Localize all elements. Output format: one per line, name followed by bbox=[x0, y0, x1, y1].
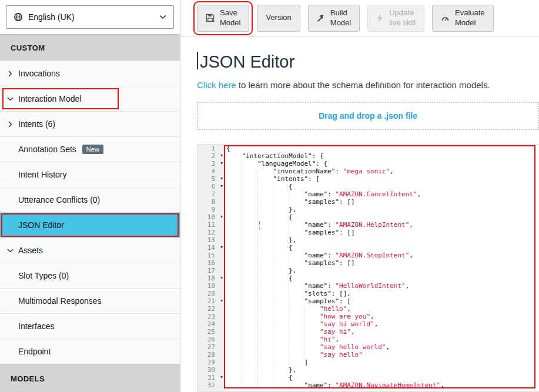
code-token: , bbox=[335, 336, 339, 343]
indent-guide bbox=[304, 351, 319, 359]
editor-line: "interactionModel": { bbox=[226, 152, 539, 160]
line-number: 25 bbox=[207, 328, 215, 336]
build-model-button[interactable]: BuildModel bbox=[308, 5, 360, 32]
indent-guide bbox=[289, 198, 304, 206]
gutter-line: 14▾ bbox=[197, 244, 224, 252]
code-token: "slots" bbox=[304, 290, 331, 297]
indent-guide bbox=[242, 213, 257, 221]
code-token: "samples" bbox=[304, 229, 339, 236]
fold-toggle-icon[interactable]: ▾ bbox=[220, 243, 223, 251]
indent-guide bbox=[273, 244, 288, 252]
learn-more-link[interactable]: Click here bbox=[197, 80, 236, 90]
fold-toggle-icon[interactable]: ▾ bbox=[220, 274, 223, 282]
page-title: JSON Editor bbox=[197, 52, 539, 72]
sidebar-item-label: Multimodal Responses bbox=[18, 296, 102, 306]
sidebar-item-json-editor[interactable]: JSON Editor bbox=[0, 212, 180, 237]
indent-guide bbox=[242, 236, 257, 244]
indent-guide bbox=[257, 183, 273, 190]
fold-toggle-icon[interactable]: ▾ bbox=[220, 297, 223, 304]
line-number: 8 bbox=[211, 198, 215, 206]
sidebar-item-multimodal-responses[interactable]: Multimodal Responses bbox=[0, 288, 180, 313]
language-selector[interactable]: English (UK) bbox=[6, 5, 174, 29]
indent-guide bbox=[257, 267, 273, 274]
line-number: 6 bbox=[211, 183, 215, 190]
code-token: "languageModel" bbox=[257, 160, 316, 167]
gutter-line: 29 bbox=[197, 359, 224, 366]
line-number: 3 bbox=[211, 160, 215, 167]
indent-guide bbox=[226, 320, 242, 328]
indent-guide bbox=[226, 336, 242, 343]
fold-toggle-icon[interactable]: ▾ bbox=[220, 182, 223, 190]
sidebar-item-assets[interactable]: Assets bbox=[0, 237, 180, 263]
editor-line: "hi", bbox=[226, 336, 539, 343]
indent-guide bbox=[226, 167, 242, 175]
alexa-developer-console: English (UK) CUSTOMInvocationsInteractio… bbox=[0, 0, 539, 392]
indent-guide bbox=[273, 206, 288, 213]
sidebar-item-interaction-model[interactable]: Interaction Model bbox=[0, 86, 180, 111]
indent-guide bbox=[257, 175, 273, 183]
editor-line: { bbox=[226, 183, 539, 190]
editor-code-area[interactable]: {"interactionModel": {"languageModel": {… bbox=[225, 145, 539, 391]
language-selector-value: English (UK) bbox=[28, 12, 154, 22]
code-token: "hello" bbox=[320, 305, 347, 313]
indent-guide bbox=[273, 259, 288, 267]
fold-toggle-icon[interactable]: ▾ bbox=[220, 175, 223, 182]
button-label: Updatelive skill bbox=[389, 8, 416, 28]
editor-line: "say hello" bbox=[226, 351, 539, 359]
indent-guide bbox=[304, 336, 319, 343]
sidebar-item-invocations[interactable]: Invocations bbox=[0, 61, 180, 86]
sidebar-item-endpoint[interactable]: Endpoint bbox=[0, 339, 180, 364]
indent-guide bbox=[242, 259, 257, 267]
gutter-line: 15 bbox=[197, 252, 224, 259]
code-token: , bbox=[347, 305, 351, 313]
fold-toggle-icon[interactable]: ▾ bbox=[220, 373, 223, 381]
sidebar-item-interfaces[interactable]: Interfaces bbox=[0, 313, 180, 339]
indent-guide bbox=[273, 343, 288, 351]
sidebar-item-annotation-sets[interactable]: Annotation SetsNew bbox=[0, 136, 180, 162]
indent-guide bbox=[257, 305, 273, 313]
editor-line: ] bbox=[226, 359, 539, 366]
indent-guide bbox=[257, 359, 273, 366]
version-button[interactable]: Version bbox=[257, 5, 300, 32]
fold-toggle-icon[interactable]: ▾ bbox=[220, 213, 223, 220]
evaluate-model-button[interactable]: EvaluateModel bbox=[432, 5, 494, 32]
indent-guide bbox=[273, 366, 288, 374]
indent-guide bbox=[289, 305, 304, 313]
save-model-button[interactable]: SaveModel bbox=[197, 5, 249, 32]
fold-toggle-icon[interactable]: ▾ bbox=[220, 159, 223, 167]
button-label: SaveModel bbox=[220, 8, 240, 28]
sidebar-item-label: Interaction Model bbox=[18, 94, 81, 103]
gutter-line: 8 bbox=[197, 198, 224, 206]
line-number: 16 bbox=[207, 259, 215, 267]
json-code-editor[interactable]: 12▾3▾45▾6▾78910▾11121314▾15161718▾192021… bbox=[197, 144, 539, 392]
indent-guide bbox=[273, 320, 288, 328]
line-number: 15 bbox=[207, 252, 215, 259]
indent-guide bbox=[242, 305, 257, 313]
indent-guide bbox=[242, 351, 257, 359]
indent-guide bbox=[304, 313, 319, 320]
code-token: , bbox=[374, 320, 379, 328]
fold-toggle-icon[interactable]: ▾ bbox=[220, 152, 223, 159]
sidebar-item-utterance-conflicts-0[interactable]: Utterance Conflicts (0) bbox=[0, 187, 180, 212]
code-token: { bbox=[289, 213, 293, 221]
editor-line: { bbox=[226, 244, 539, 252]
indent-guide bbox=[289, 351, 304, 359]
sidebar-item-slot-types-0[interactable]: Slot Types (0) bbox=[0, 263, 180, 288]
code-token: : [ bbox=[339, 297, 351, 305]
indent-guide bbox=[257, 229, 273, 236]
sidebar-item-intent-history[interactable]: Intent History bbox=[0, 162, 180, 187]
editor-line: "name": "AMAZON.CancelIntent", bbox=[226, 190, 539, 198]
line-number: 29 bbox=[207, 359, 215, 366]
sidebar-item-intents-6[interactable]: Intents (6) bbox=[0, 111, 180, 136]
indent-guide bbox=[242, 198, 257, 206]
indent-guide bbox=[226, 236, 242, 244]
code-token: "hi" bbox=[320, 336, 336, 343]
indent-guide bbox=[257, 282, 273, 290]
code-token: "name" bbox=[304, 190, 327, 198]
indent-guide bbox=[226, 297, 242, 305]
line-number: 23 bbox=[207, 313, 215, 320]
update-live-skill-button[interactable]: Updatelive skill bbox=[367, 5, 424, 32]
indent-guide bbox=[289, 343, 304, 351]
json-dropzone[interactable]: Drag and drop a .json file bbox=[197, 102, 539, 130]
indent-guide bbox=[273, 183, 288, 190]
